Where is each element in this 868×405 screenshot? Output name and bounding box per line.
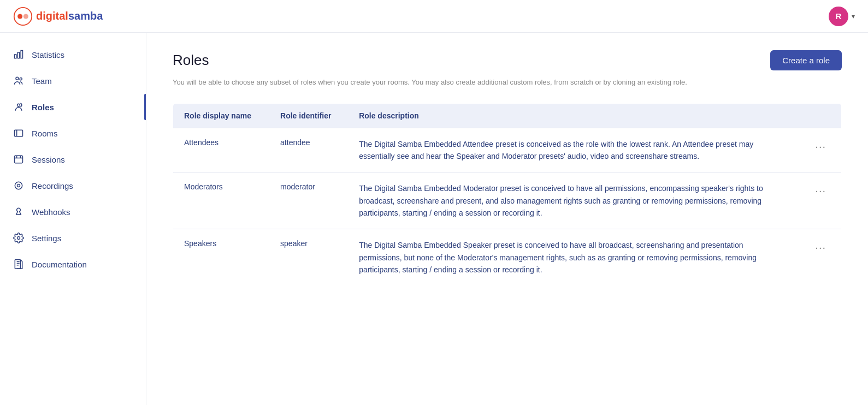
sidebar-item-webhooks[interactable]: Webhooks [0,199,146,225]
table-body: Attendees attendee The Digital Samba Emb… [173,128,842,286]
content-area: Roles Create a role You will be able to … [146,33,868,405]
role-desc-cell: The Digital Samba Embedded Speaker prese… [348,229,796,286]
svg-point-13 [17,237,20,240]
svg-point-0 [14,7,32,25]
svg-point-6 [16,77,19,80]
bar-chart-icon [13,49,24,60]
svg-rect-5 [21,51,22,58]
sidebar-label-rooms: Rooms [32,129,58,138]
col-header-actions [796,103,841,128]
page-subtitle: You will be able to choose any subset of… [173,77,842,88]
svg-rect-9 [15,130,23,136]
more-options-button[interactable]: ··· [811,138,830,155]
sidebar-label-statistics: Statistics [32,50,64,59]
sidebar-item-roles[interactable]: Roles [0,94,146,120]
svg-rect-3 [15,55,16,58]
sidebar-item-recordings[interactable]: Recordings [0,172,146,199]
svg-point-12 [17,184,20,187]
role-name-cell: Moderators [173,172,270,229]
svg-rect-14 [15,260,20,269]
col-header-desc: Role description [348,103,796,128]
svg-point-2 [23,14,28,19]
main-layout: Statistics Team Roles Rooms Sessions [0,33,868,405]
logo-text: digitalsamba [36,10,103,22]
svg-rect-10 [15,156,23,163]
sidebar-label-recordings: Recordings [32,181,73,190]
table-row: Moderators moderator The Digital Samba E… [173,172,842,229]
col-header-name: Role display name [173,103,270,128]
sidebar-label-webhooks: Webhooks [32,207,70,217]
table-row: Attendees attendee The Digital Samba Emb… [173,128,842,172]
role-name-cell: Speakers [173,229,270,286]
sessions-icon [13,154,24,165]
sidebar-label-sessions: Sessions [32,155,65,164]
recordings-icon [13,180,24,191]
role-id-cell: speaker [269,229,348,286]
row-actions-cell: ··· [796,128,841,172]
sidebar-item-documentation[interactable]: Documentation [0,251,146,277]
sidebar-item-sessions[interactable]: Sessions [0,146,146,172]
role-id-cell: moderator [269,172,348,229]
svg-point-7 [20,78,22,80]
role-desc-cell: The Digital Samba Embedded Moderator pre… [348,172,796,229]
sidebar-item-statistics[interactable]: Statistics [0,41,146,68]
page-title: Roles [173,52,209,69]
sidebar-item-rooms[interactable]: Rooms [0,120,146,146]
user-avatar: R [829,7,848,26]
table-row: Speakers speaker The Digital Samba Embed… [173,229,842,286]
role-id-cell: attendee [269,128,348,172]
table-header: Role display name Role identifier Role d… [173,103,842,128]
create-role-button[interactable]: Create a role [770,50,842,70]
row-actions-cell: ··· [796,229,841,286]
sidebar-item-settings[interactable]: Settings [0,225,146,251]
col-header-id: Role identifier [269,103,348,128]
logo-icon [13,7,33,26]
sidebar-label-roles: Roles [32,103,54,112]
role-name-cell: Attendees [173,128,270,172]
more-options-button[interactable]: ··· [811,239,830,256]
more-options-button[interactable]: ··· [811,182,830,199]
user-menu[interactable]: R ▾ [829,7,855,26]
roles-table: Role display name Role identifier Role d… [173,103,842,287]
svg-point-11 [15,182,22,189]
chevron-down-icon: ▾ [852,13,855,20]
content-header: Roles Create a role [173,50,842,70]
users-icon [13,75,24,86]
documentation-icon [13,259,24,270]
sidebar-item-team[interactable]: Team [0,68,146,94]
svg-point-1 [17,14,22,19]
svg-point-8 [17,104,20,106]
roles-icon [13,102,24,112]
sidebar-label-settings: Settings [32,234,61,243]
settings-icon [13,233,24,243]
sidebar-label-documentation: Documentation [32,260,87,269]
role-desc-cell: The Digital Samba Embedded Attendee pres… [348,128,796,172]
row-actions-cell: ··· [796,172,841,229]
webhooks-icon [13,206,24,217]
sidebar-label-team: Team [32,76,52,86]
top-header: digitalsamba R ▾ [0,0,868,33]
logo: digitalsamba [13,7,103,26]
sidebar: Statistics Team Roles Rooms Sessions [0,33,146,405]
rooms-icon [13,128,24,139]
svg-rect-4 [17,52,19,58]
